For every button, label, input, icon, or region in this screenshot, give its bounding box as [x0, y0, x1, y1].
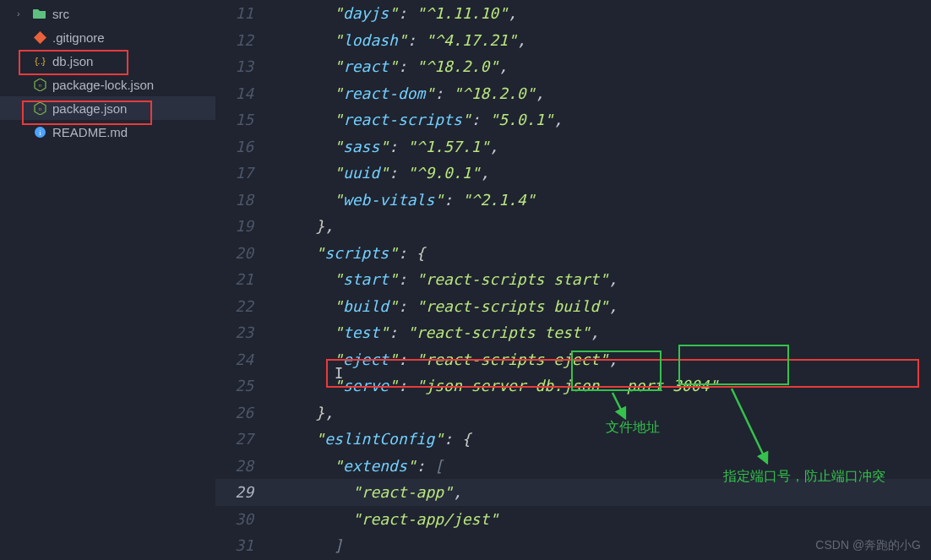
svg-text:n: n — [38, 83, 41, 88]
line-number: 20 — [215, 244, 279, 262]
code-line[interactable]: 15 "react-scripts": "5.0.1", — [215, 106, 931, 133]
code-content[interactable]: "extends": [ — [279, 457, 444, 475]
file-item-README-md[interactable]: iREADME.md — [0, 120, 215, 144]
code-content[interactable]: "react-app", — [279, 483, 462, 501]
folder-icon — [32, 6, 47, 21]
line-number: 16 — [215, 138, 279, 155]
line-number: 13 — [215, 57, 279, 75]
npm-icon: n — [32, 77, 47, 92]
code-content[interactable]: "build": "react-scripts build", — [279, 297, 618, 315]
line-number: 30 — [215, 510, 279, 528]
code-line[interactable]: 18 "web-vitals": "^2.1.4" — [215, 187, 931, 214]
code-content[interactable]: }, — [279, 404, 334, 421]
code-content[interactable]: "lodash": "^4.17.21", — [279, 31, 526, 49]
line-number: 23 — [215, 323, 279, 341]
line-number: 28 — [215, 457, 279, 475]
file-name: package-lock.json — [52, 78, 154, 92]
code-line[interactable]: 25 "serve": "json-server db.json --port … — [215, 372, 931, 400]
line-number: 14 — [215, 84, 279, 102]
code-line[interactable]: 13 "react": "^18.2.0", — [215, 53, 931, 80]
line-number: 31 — [215, 536, 279, 554]
code-editor[interactable]: 11 "dayjs": "^1.11.10",12 "lodash": "^4.… — [215, 0, 931, 560]
line-number: 27 — [215, 430, 279, 448]
code-line[interactable]: 20 "scripts": { — [215, 240, 931, 267]
text-cursor: 𝙸 — [335, 365, 343, 382]
npm-icon: n — [32, 101, 47, 116]
code-line[interactable]: 19 }, — [215, 213, 931, 240]
code-content[interactable]: "react-scripts": "5.0.1", — [279, 111, 563, 128]
file-name: db.json — [52, 54, 93, 68]
file-item--gitignore[interactable]: .gitignore — [0, 25, 215, 49]
code-line[interactable]: 14 "react-dom": "^18.2.0", — [215, 80, 931, 107]
code-line[interactable]: 26 }, — [215, 400, 931, 427]
code-content[interactable]: "dayjs": "^1.11.10", — [279, 4, 517, 22]
code-line[interactable]: 12 "lodash": "^4.17.21", — [215, 27, 931, 54]
code-content[interactable]: "react-dom": "^18.2.0", — [279, 84, 544, 102]
svg-text:n: n — [38, 106, 41, 111]
file-name: package.json — [52, 101, 127, 116]
code-line[interactable]: 23 "test": "react-scripts test", — [215, 319, 931, 346]
annotation-label-port: 指定端口号，防止端口冲突 — [723, 468, 885, 486]
code-content[interactable]: "react-app/jest" — [279, 510, 498, 528]
file-item-src[interactable]: ›src — [0, 2, 215, 25]
code-content[interactable]: "eject": "react-scripts eject", — [279, 351, 618, 368]
code-line[interactable]: 11 "dayjs": "^1.11.10", — [215, 0, 931, 27]
code-content[interactable]: "sass": "^1.57.1", — [279, 138, 498, 155]
line-number: 22 — [215, 297, 279, 315]
file-item-db-json[interactable]: {‥}db.json — [0, 49, 215, 73]
code-line[interactable]: 27 "eslintConfig": { — [215, 426, 931, 453]
code-content[interactable]: "scripts": { — [279, 244, 425, 262]
file-explorer[interactable]: ›src.gitignore{‥}db.jsonnpackage-lock.js… — [0, 0, 215, 560]
code-content[interactable]: "start": "react-scripts start", — [279, 270, 618, 288]
git-icon — [32, 30, 47, 45]
code-content[interactable]: ] — [279, 536, 343, 554]
code-content[interactable]: "serve": "json-server db.json --port 300… — [279, 377, 718, 394]
line-number: 29 — [215, 483, 279, 501]
line-number: 17 — [215, 164, 279, 182]
code-line[interactable]: 24 "eject": "react-scripts eject", — [215, 346, 931, 373]
code-line[interactable]: 21 "start": "react-scripts start", — [215, 266, 931, 293]
code-content[interactable]: "web-vitals": "^2.1.4" — [279, 191, 535, 209]
annotation-label-file: 文件地址 — [606, 419, 660, 437]
line-number: 21 — [215, 270, 279, 288]
watermark: CSDN @奔跑的小G — [815, 538, 921, 553]
file-item-package-lock-json[interactable]: npackage-lock.json — [0, 73, 215, 96]
code-content[interactable]: "react": "^18.2.0", — [279, 57, 508, 75]
code-line[interactable]: 30 "react-app/jest" — [215, 506, 931, 533]
code-content[interactable]: "eslintConfig": { — [279, 430, 471, 448]
line-number: 25 — [215, 377, 279, 394]
code-content[interactable]: "uuid": "^9.0.1", — [279, 164, 489, 182]
line-number: 12 — [215, 31, 279, 49]
line-number: 15 — [215, 111, 279, 128]
code-line[interactable]: 16 "sass": "^1.57.1", — [215, 133, 931, 160]
line-number: 26 — [215, 404, 279, 421]
file-name: README.md — [52, 125, 128, 139]
line-number: 18 — [215, 191, 279, 209]
file-item-package-json[interactable]: npackage.json — [0, 96, 215, 120]
file-name: .gitignore — [52, 30, 105, 45]
file-name: src — [52, 7, 69, 21]
code-content[interactable]: "test": "react-scripts test", — [279, 323, 599, 341]
code-line[interactable]: 17 "uuid": "^9.0.1", — [215, 160, 931, 187]
line-number: 11 — [215, 4, 279, 22]
info-icon: i — [32, 124, 47, 139]
code-line[interactable]: 22 "build": "react-scripts build", — [215, 293, 931, 320]
code-content[interactable]: }, — [279, 217, 334, 235]
line-number: 19 — [215, 217, 279, 235]
line-number: 24 — [215, 351, 279, 368]
json-icon: {‥} — [32, 53, 47, 68]
